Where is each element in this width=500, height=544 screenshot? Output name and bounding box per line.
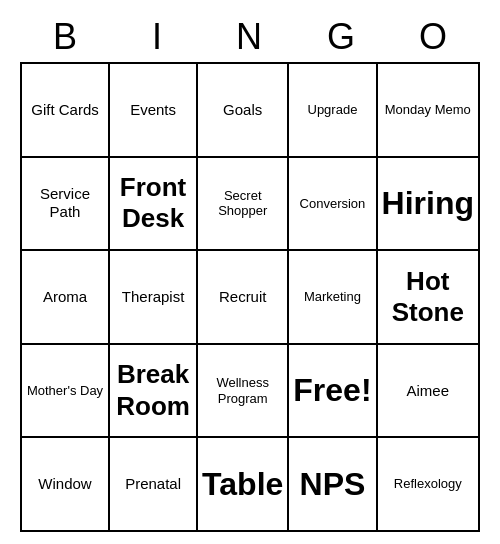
header-letter: I — [112, 12, 204, 62]
cell-text: Secret Shopper — [202, 188, 283, 219]
bingo-cell: Wellness Program — [198, 345, 289, 439]
cell-text: Gift Cards — [31, 101, 99, 119]
bingo-cell: Free! — [289, 345, 377, 439]
bingo-cell: Marketing — [289, 251, 377, 345]
cell-text: NPS — [300, 465, 366, 503]
bingo-cell: Mother's Day — [22, 345, 110, 439]
cell-text: Monday Memo — [385, 102, 471, 118]
cell-text: Mother's Day — [27, 383, 103, 399]
cell-text: Marketing — [304, 289, 361, 305]
bingo-cell: Conversion — [289, 158, 377, 252]
bingo-cell: Service Path — [22, 158, 110, 252]
cell-text: Recruit — [219, 288, 267, 306]
cell-text: Hot Stone — [382, 266, 474, 328]
bingo-cell: Hiring — [378, 158, 480, 252]
bingo-cell: Front Desk — [110, 158, 198, 252]
cell-text: Events — [130, 101, 176, 119]
cell-text: Free! — [293, 371, 371, 409]
bingo-cell: NPS — [289, 438, 377, 532]
cell-text: Aroma — [43, 288, 87, 306]
cell-text: Service Path — [26, 185, 104, 221]
bingo-cell: Aimee — [378, 345, 480, 439]
bingo-cell: Window — [22, 438, 110, 532]
cell-text: Wellness Program — [202, 375, 283, 406]
bingo-cell: Secret Shopper — [198, 158, 289, 252]
bingo-cell: Reflexology — [378, 438, 480, 532]
header-letter: B — [20, 12, 112, 62]
header-letter: N — [204, 12, 296, 62]
bingo-card: BINGO Gift CardsEventsGoalsUpgradeMonday… — [20, 12, 480, 532]
bingo-cell: Hot Stone — [378, 251, 480, 345]
bingo-cell: Upgrade — [289, 64, 377, 158]
cell-text: Table — [202, 465, 283, 503]
cell-text: Goals — [223, 101, 262, 119]
header-letter: O — [388, 12, 480, 62]
bingo-cell: Monday Memo — [378, 64, 480, 158]
bingo-cell: Prenatal — [110, 438, 198, 532]
bingo-cell: Events — [110, 64, 198, 158]
cell-text: Reflexology — [394, 476, 462, 492]
bingo-grid: Gift CardsEventsGoalsUpgradeMonday MemoS… — [20, 62, 480, 532]
cell-text: Upgrade — [308, 102, 358, 118]
cell-text: Prenatal — [125, 475, 181, 493]
bingo-cell: Break Room — [110, 345, 198, 439]
header-letter: G — [296, 12, 388, 62]
cell-text: Window — [38, 475, 91, 493]
bingo-cell: Table — [198, 438, 289, 532]
cell-text: Hiring — [382, 184, 474, 222]
cell-text: Break Room — [114, 359, 192, 421]
bingo-cell: Goals — [198, 64, 289, 158]
cell-text: Front Desk — [114, 172, 192, 234]
cell-text: Aimee — [407, 382, 450, 400]
cell-text: Therapist — [122, 288, 185, 306]
bingo-header: BINGO — [20, 12, 480, 62]
bingo-cell: Therapist — [110, 251, 198, 345]
bingo-cell: Aroma — [22, 251, 110, 345]
bingo-cell: Gift Cards — [22, 64, 110, 158]
cell-text: Conversion — [300, 196, 366, 212]
bingo-cell: Recruit — [198, 251, 289, 345]
